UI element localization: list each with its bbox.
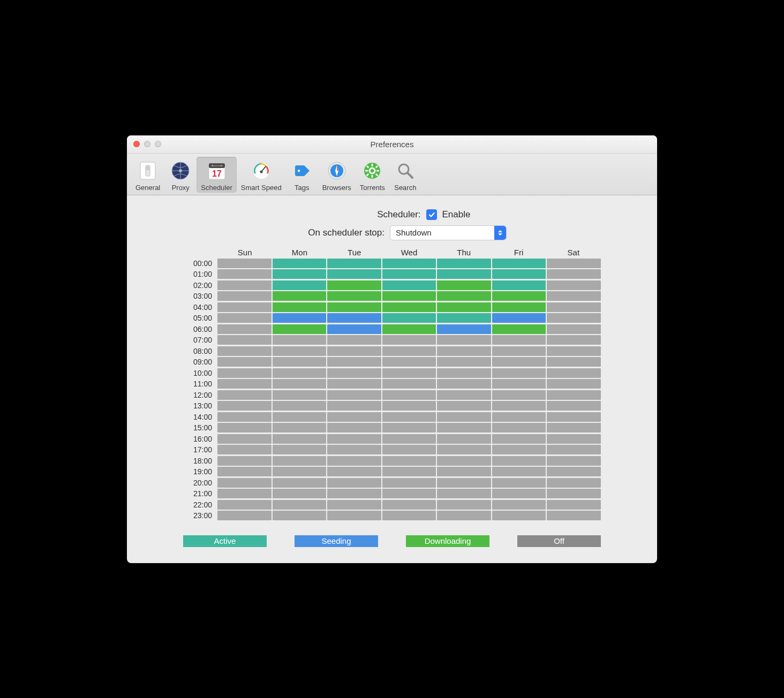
schedule-cell[interactable] — [437, 401, 491, 411]
schedule-cell[interactable] — [437, 379, 491, 389]
schedule-cell[interactable] — [327, 280, 381, 290]
schedule-cell[interactable] — [217, 423, 272, 433]
zoom-window-button[interactable] — [155, 141, 161, 147]
schedule-cell[interactable] — [547, 478, 601, 488]
schedule-cell[interactable] — [273, 302, 327, 312]
schedule-cell[interactable] — [547, 445, 601, 454]
schedule-cell[interactable] — [217, 291, 272, 301]
schedule-cell[interactable] — [437, 445, 491, 454]
schedule-cell[interactable] — [273, 368, 327, 378]
schedule-cell[interactable] — [382, 478, 436, 488]
schedule-cell[interactable] — [217, 390, 272, 400]
schedule-cell[interactable] — [437, 412, 491, 422]
schedule-cell[interactable] — [327, 423, 381, 433]
schedule-cell[interactable] — [327, 259, 381, 268]
schedule-cell[interactable] — [273, 445, 327, 454]
schedule-cell[interactable] — [437, 291, 491, 301]
schedule-cell[interactable] — [437, 259, 491, 268]
schedule-cell[interactable] — [437, 357, 491, 367]
schedule-cell[interactable] — [437, 511, 491, 520]
schedule-cell[interactable] — [437, 390, 491, 400]
schedule-cell[interactable] — [217, 269, 272, 279]
schedule-cell[interactable] — [492, 302, 546, 312]
schedule-cell[interactable] — [437, 335, 491, 345]
schedule-cell[interactable] — [382, 313, 436, 323]
schedule-cell[interactable] — [217, 500, 272, 510]
schedule-cell[interactable] — [327, 346, 381, 356]
schedule-cell[interactable] — [547, 280, 601, 290]
schedule-cell[interactable] — [437, 478, 491, 488]
schedule-cell[interactable] — [547, 259, 601, 268]
schedule-cell[interactable] — [273, 259, 327, 268]
schedule-cell[interactable] — [217, 259, 272, 268]
schedule-cell[interactable] — [547, 368, 601, 378]
schedule-cell[interactable] — [437, 456, 491, 466]
schedule-cell[interactable] — [327, 445, 381, 454]
schedule-cell[interactable] — [327, 291, 381, 301]
schedule-cell[interactable] — [492, 346, 546, 356]
schedule-cell[interactable] — [217, 313, 272, 323]
schedule-cell[interactable] — [273, 434, 327, 444]
tab-search[interactable]: Search — [389, 157, 421, 193]
schedule-cell[interactable] — [273, 456, 327, 466]
schedule-cell[interactable] — [273, 412, 327, 422]
schedule-cell[interactable] — [547, 489, 601, 498]
schedule-cell[interactable] — [217, 280, 272, 290]
schedule-cell[interactable] — [492, 412, 546, 422]
schedule-cell[interactable] — [547, 434, 601, 444]
schedule-cell[interactable] — [382, 302, 436, 312]
schedule-cell[interactable] — [492, 511, 546, 520]
schedule-cell[interactable] — [327, 313, 381, 323]
schedule-cell[interactable] — [327, 302, 381, 312]
schedule-cell[interactable] — [547, 346, 601, 356]
schedule-cell[interactable] — [273, 280, 327, 290]
schedule-cell[interactable] — [273, 478, 327, 488]
schedule-cell[interactable] — [382, 357, 436, 367]
schedule-cell[interactable] — [327, 335, 381, 345]
schedule-cell[interactable] — [547, 313, 601, 323]
schedule-cell[interactable] — [217, 324, 272, 334]
schedule-cell[interactable] — [437, 269, 491, 279]
minimize-window-button[interactable] — [144, 141, 150, 147]
schedule-cell[interactable] — [217, 346, 272, 356]
schedule-cell[interactable] — [327, 269, 381, 279]
tab-smart-speed[interactable]: Smart Speed — [237, 157, 286, 193]
enable-checkbox[interactable] — [426, 209, 437, 220]
schedule-cell[interactable] — [437, 500, 491, 510]
schedule-cell[interactable] — [382, 423, 436, 433]
schedule-cell[interactable] — [492, 324, 546, 334]
titlebar[interactable]: Preferences — [127, 135, 657, 154]
tab-scheduler[interactable]: 17 Scheduler — [197, 157, 237, 193]
tab-proxy[interactable]: Proxy — [164, 157, 197, 193]
schedule-cell[interactable] — [217, 456, 272, 466]
schedule-cell[interactable] — [217, 357, 272, 367]
schedule-cell[interactable] — [327, 379, 381, 389]
schedule-cell[interactable] — [273, 390, 327, 400]
schedule-cell[interactable] — [547, 269, 601, 279]
schedule-cell[interactable] — [382, 335, 436, 345]
schedule-cell[interactable] — [382, 390, 436, 400]
schedule-cell[interactable] — [382, 259, 436, 268]
schedule-cell[interactable] — [547, 291, 601, 301]
schedule-cell[interactable] — [327, 478, 381, 488]
schedule-cell[interactable] — [382, 379, 436, 389]
schedule-cell[interactable] — [217, 302, 272, 312]
schedule-cell[interactable] — [437, 434, 491, 444]
schedule-cell[interactable] — [547, 500, 601, 510]
schedule-cell[interactable] — [217, 412, 272, 422]
schedule-cell[interactable] — [492, 500, 546, 510]
schedule-cell[interactable] — [382, 445, 436, 454]
schedule-cell[interactable] — [437, 423, 491, 433]
schedule-cell[interactable] — [437, 489, 491, 498]
schedule-cell[interactable] — [437, 280, 491, 290]
schedule-cell[interactable] — [382, 456, 436, 466]
schedule-cell[interactable] — [273, 335, 327, 345]
schedule-cell[interactable] — [492, 259, 546, 268]
schedule-cell[interactable] — [273, 489, 327, 498]
schedule-cell[interactable] — [382, 412, 436, 422]
schedule-cell[interactable] — [547, 456, 601, 466]
schedule-cell[interactable] — [547, 390, 601, 400]
schedule-cell[interactable] — [492, 280, 546, 290]
schedule-cell[interactable] — [217, 511, 272, 520]
schedule-cell[interactable] — [437, 324, 491, 334]
